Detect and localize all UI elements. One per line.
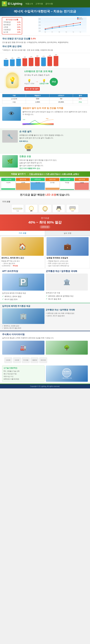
check-icon-0: ✓ (2, 295, 4, 297)
grid-cell-inc-2: 단수명 (46, 181, 59, 190)
cat-item-outdoor[interactable]: 실내 조명 (45, 231, 90, 236)
grid-col-inc-2: 일반조명 단수명 (46, 178, 59, 190)
product-led-down: 다운 (66, 204, 79, 213)
cta-banner[interactable]: 제품을 알아두기 → 기업 LED도입시 | 기관 LED구입시 | 사용 LE… (0, 172, 90, 177)
svg-text:175: 175 (42, 56, 44, 57)
grid-inc-header-3: 일반조명 (75, 178, 89, 181)
led-image-area: 💡 (2, 70, 22, 91)
savings-badge: 80% 전기료 절약 (24, 87, 40, 91)
cert-row: KS인증 KS인증 우수제품 수출유망 해외인증 (2, 356, 88, 364)
line-chart-area: 350 300 250 200 150 '06 '07 '08 '09 '10 … (38, 17, 88, 34)
led-subtitle: 전기료는 年 낮게, 효율은 月 높게 (24, 74, 88, 76)
logo[interactable]: 💡 EI Lighting (2, 1, 22, 6)
gov-image: 🏛️ (46, 274, 88, 290)
new-bulb-label: LED전구 9W (39, 82, 49, 85)
check-icon-1: ✓ (2, 298, 4, 300)
svg-text:백열: 백열 (46, 118, 48, 119)
svg-text:2006: 2006 (23, 66, 26, 67)
e26-illustration: E26 (19, 144, 88, 152)
led-info-area: LED램프로 전기료 크게 해결 전기료는 年 낮게, 효율은 月 높게 💡 백… (24, 70, 88, 91)
electricity-box-area: 전기요금 인상률 주택용(갑) 5.4% 일반용(갑) 2.7% 교육용 3.6… (2, 17, 37, 34)
main-nav: 제품소개 고객지원 공지사항 (25, 2, 53, 5)
nav-item-products[interactable]: 제품소개 (25, 2, 33, 5)
gov-reform-title: 군무통관 개선 / 업무환경 극대화 (46, 308, 88, 311)
svg-point-79 (70, 208, 75, 210)
product-card-industry: 💼 업종별 최적화된 조명설계 → 50평형 8등로의 교체 및 검토 → E2… (45, 236, 90, 268)
svg-text:200: 200 (38, 28, 41, 29)
row-watt-label: 소비전력 (2, 97, 26, 100)
apt-section: APT 프리주차장 🅿️ 입주민에 쾌적한 주차환경 제공 ✓ 쾌적하고, 관리… (0, 268, 90, 303)
resident-section: 입주민에 쾌적한 주거환경 제공 🏢 ✓ 쾌적하고, 안전한 공간 ✓ 관리비,… (0, 303, 90, 331)
apt-left: APT 프리주차장 🅿️ 입주민에 쾌적한 주차환경 제공 ✓ 쾌적하고, 관리… (2, 270, 44, 301)
grid-led-header-2: LED조명 (31, 178, 44, 181)
row-watt-save: 82% (73, 97, 88, 100)
grid-col-inc-1: 일반조명 고전력 (16, 178, 30, 190)
svg-text:2007: 2007 (30, 66, 32, 67)
grid-col-led-2: LED조명 장수명 (31, 178, 44, 190)
svg-text:2003: 2003 (5, 66, 8, 67)
e26-svg: E26 (19, 144, 38, 152)
svg-text:'10: '10 (73, 32, 74, 32)
rate-value-4: 1.8% (17, 31, 21, 33)
svg-rect-39 (41, 58, 46, 66)
discount-prefix: 전기요금 (3, 217, 87, 220)
eco-title: 친환경 조명 (19, 155, 88, 158)
production-note: * CEO단가 : 총 3초 초과분 6종 : 전문 초과 118원, 13원부… (2, 49, 88, 52)
new-bulb-info: 💡 LED전구 9W (39, 79, 49, 85)
company-title: 주식회사 이아이라이팅 (2, 333, 88, 336)
eye-care-section: 👁 끊임없이 알아 눈의 피로 및 건강을 지켜줌 블루라이트 없어 눈에 피로… (0, 105, 90, 129)
row-watt-old: 50W (26, 97, 49, 100)
product-card-industry-desc: → 50평형 8등로의 교체 및 검토 → E26 소켓공사 없이 바로 공사 … (47, 260, 89, 267)
old-bulb-info: 💡 백열전구 50W (24, 79, 34, 85)
cert-excellent: 우수제품 (22, 358, 30, 363)
product-showcase: 기가 조명 직관 벌브 원형 (0, 199, 90, 214)
logo-icon: 💡 (2, 1, 7, 6)
col-header-savings: 절약 (73, 94, 88, 97)
install-info: 손 쉬운 설치 LED램프로 LED를 불수도 있고 기존의 형광등 대체됩니다… (19, 130, 88, 152)
svg-text:GLOBAL: GLOBAL (64, 371, 70, 372)
gov-items: ✓ LED조명 교환으로 업무환경 개선 ✓ 에너지 절감 효과 (46, 295, 88, 300)
cta-link3[interactable]: 사용 LED로 교체시 (62, 173, 79, 175)
led-comparison-row: 💡 백열전구 50W → 💡 LED전구 9W 25년 (24, 78, 88, 86)
product-row: 직관 벌브 원형 (2, 204, 88, 213)
svg-point-20 (66, 26, 67, 27)
svg-text:'06: '06 (44, 32, 46, 32)
rate-value-2: 3.6% (17, 26, 21, 28)
svg-rect-36 (22, 58, 27, 66)
grid-cell-inc-1: 고전력 (16, 181, 30, 190)
grid-col-led-1: LED조명 저전력 (1, 178, 15, 190)
cta-link2[interactable]: 기관 LED구입시 (45, 173, 60, 175)
energy-banner: 에너지 수입국가 대한민국 – 치솟는 전기요금 (0, 8, 90, 16)
eco-image: 🌿 (2, 155, 18, 168)
svg-text:2011: 2011 (55, 66, 57, 67)
nav-item-support[interactable]: 고객지원 (35, 2, 43, 5)
cert-export: 수출유망 (31, 358, 38, 363)
production-chart-section: 140 150 155 162 170 180 175 195 205 2003… (0, 53, 90, 68)
apt-title: APT 프리주차장 (2, 270, 44, 273)
rate-row-3: 산업용(갑) 4.4% (4, 28, 21, 31)
grid-led-header-1: LED조명 (1, 178, 15, 181)
resident-desc: ✓ 쾌적하고, 안전한 공간 ✓ 관리비, 에너지 절감 효과 (2, 325, 44, 329)
svg-rect-34 (10, 59, 15, 66)
main-content: 에너지 수입국가 대한민국 – 치솟는 전기요금 전기요금 인상률 주택용(갑)… (0, 8, 90, 388)
svg-text:195: 195 (49, 55, 51, 56)
product-led-spot: 스팟 (53, 204, 65, 213)
product-led-tube: 직관 (11, 204, 24, 213)
domestic-section: 국내 연평균 전기요금 인상률 5.4% 연도별 발전 현황 (투자비용 등):… (0, 36, 90, 53)
product-led-round: 원형 (39, 204, 51, 213)
gov-reform-desc: ✓ LED조명 교환 수속 적확 수주환경 참조 ✓ 관리비, 에너지 절감 효… (46, 312, 88, 317)
grid-col-led-3: LED조명 무방열 (60, 178, 74, 190)
svg-text:150: 150 (38, 30, 41, 32)
row-life-new: 25,000h (49, 100, 73, 104)
comparison-grid: LED조명 저전력 일반조명 고전력 LED조명 장수명 (0, 178, 90, 190)
cat-item-indoor[interactable]: 기가 조명 (0, 231, 45, 236)
row-life-old: 1,000h (26, 100, 49, 104)
svg-point-18 (52, 28, 53, 29)
svg-point-69 (29, 206, 33, 210)
grid-cell-led-2: 장수명 (31, 181, 44, 190)
cta-link1[interactable]: 기업 LED도입시 (29, 173, 44, 175)
apt-subtitle: 입주민에 쾌적한 주차환경 제공 (2, 292, 44, 295)
self-install-section: 🔧 손 쉬운 설치 LED램프로 LED를 불수도 있고 기존의 형광등 대체됩… (0, 129, 90, 154)
nav-item-notice[interactable]: 공지사항 (46, 2, 53, 5)
svg-text:300: 300 (38, 22, 41, 23)
